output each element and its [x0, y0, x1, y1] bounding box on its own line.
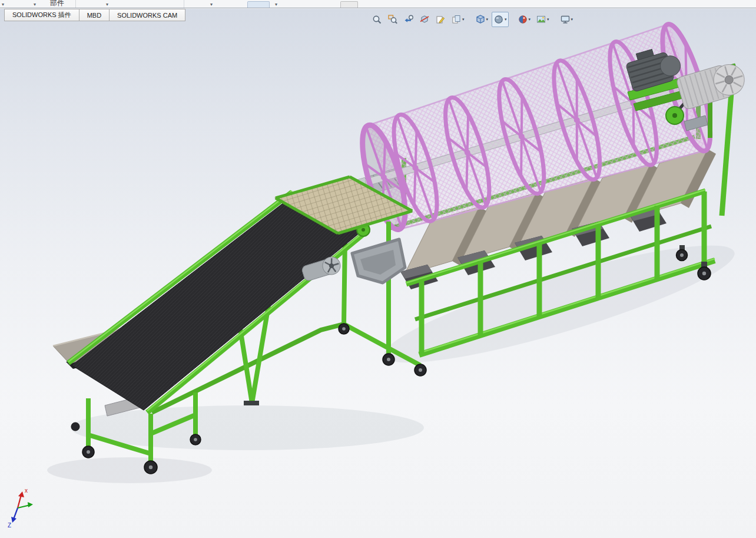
ribbon-strip: ▾ ▾ 部件 ▾ ▾ ▾ — [0, 0, 756, 8]
ribbon-dropdown-caret[interactable]: ▾ — [2, 2, 4, 7]
ribbon-group-label[interactable]: 部件 — [50, 0, 64, 8]
model-canvas[interactable]: x Z — [0, 21, 756, 538]
ribbon-partial-button[interactable] — [247, 1, 270, 8]
reference-triad[interactable]: x Z — [8, 487, 33, 529]
ribbon-dropdown-caret[interactable]: ▾ — [275, 2, 277, 7]
ribbon-separator — [184, 0, 184, 8]
tab-solidworks-addins[interactable]: SOLIDWORKS 插件 — [4, 9, 79, 21]
triad-z-label: Z — [8, 522, 11, 529]
graphics-viewport[interactable]: SOLIDWORKS 插件 MBD SOLIDWORKS CAM ▾ ▾ — [0, 9, 756, 538]
tab-solidworks-cam[interactable]: SOLIDWORKS CAM — [109, 9, 185, 21]
ribbon-dropdown-caret[interactable]: ▾ — [34, 2, 36, 7]
ribbon-partial-button[interactable] — [340, 1, 358, 8]
command-manager-tabs: SOLIDWORKS 插件 MBD SOLIDWORKS CAM — [4, 9, 185, 21]
transfer-funnel[interactable] — [352, 239, 405, 283]
triad-x-label: x — [25, 487, 28, 494]
ribbon-separator — [75, 0, 76, 8]
ribbon-dropdown-caret[interactable]: ▾ — [210, 2, 213, 7]
ribbon-dropdown-caret[interactable]: ▾ — [106, 2, 108, 7]
tab-mbd[interactable]: MBD — [79, 9, 110, 21]
